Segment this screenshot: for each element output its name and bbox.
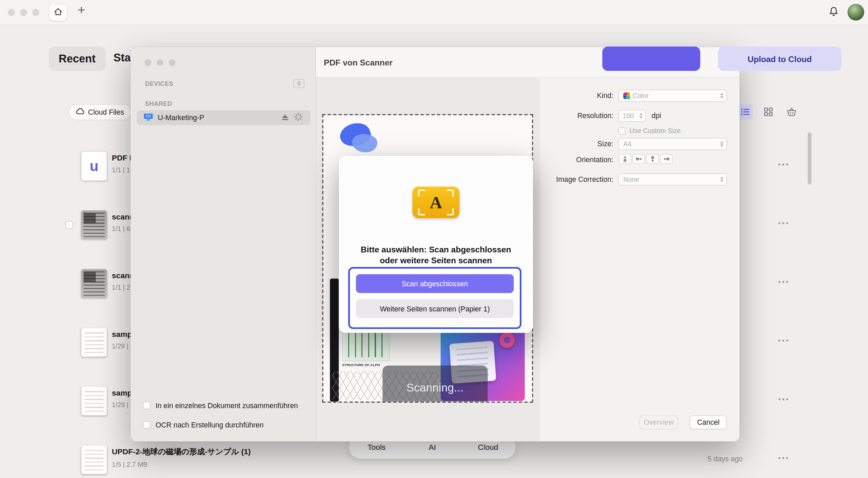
image-correction-value: None bbox=[623, 176, 639, 184]
scan-more-pages-button[interactable]: Weitere Seiten scannen (Papier 1) bbox=[356, 299, 514, 318]
file-thumbnail bbox=[81, 445, 107, 474]
overview-button[interactable]: Overview bbox=[639, 415, 678, 429]
home-icon bbox=[54, 7, 62, 18]
more-icon bbox=[778, 457, 788, 459]
file-title: samp bbox=[112, 329, 132, 338]
more-button[interactable] bbox=[778, 453, 788, 461]
notifications-bell-icon[interactable] bbox=[828, 6, 839, 19]
more-button[interactable] bbox=[778, 276, 788, 285]
dialog-message-line2: oder weitere Seiten scannen bbox=[339, 255, 533, 265]
trash-icon bbox=[787, 108, 796, 116]
scan-finished-button[interactable]: Scan abgeschlossen bbox=[356, 274, 514, 293]
devices-section-label: DEVICES bbox=[145, 80, 173, 87]
file-title: UPDF-2-地球の磁場の形成-サンプル (1) bbox=[112, 447, 251, 457]
tab-recent[interactable]: Recent bbox=[49, 46, 106, 71]
orientation-landscape-right-button[interactable] bbox=[660, 154, 673, 164]
more-button[interactable] bbox=[778, 335, 788, 343]
scan-finished-dialog: A Bitte auswählen: Scan abgeschlossen od… bbox=[339, 156, 533, 333]
scanner-close-button[interactable] bbox=[144, 59, 151, 66]
grid-view-toggle[interactable] bbox=[761, 104, 776, 120]
kind-dropdown[interactable]: Color bbox=[618, 90, 727, 102]
scanner-minimize-button[interactable] bbox=[157, 59, 163, 66]
dock-tab[interactable]: Tools bbox=[349, 442, 405, 451]
new-tab-button[interactable]: + bbox=[78, 2, 85, 18]
cancel-button[interactable]: Cancel bbox=[690, 415, 727, 429]
orientation-landscape-left-icon bbox=[635, 156, 642, 162]
text-scan-icon: A bbox=[412, 187, 459, 218]
dock-tab[interactable]: Cloud bbox=[460, 442, 516, 451]
more-button[interactable] bbox=[778, 159, 788, 167]
color-swatch-icon bbox=[623, 93, 630, 99]
dialog-message: Bitte auswählen: Scan abgeschlossen oder… bbox=[339, 244, 533, 265]
more-button[interactable] bbox=[778, 394, 788, 402]
window-zoom-button[interactable] bbox=[32, 9, 39, 16]
scanner-sidebar: DEVICES 0 SHARED U-Marketing-P bbox=[131, 47, 316, 441]
tab-starred-partial[interactable]: Sta bbox=[114, 52, 131, 64]
custom-size-label: Use Custom Size bbox=[629, 127, 680, 135]
kind-label: Kind: bbox=[541, 90, 613, 102]
user-avatar[interactable] bbox=[848, 4, 864, 20]
size-value: A4 bbox=[623, 140, 631, 148]
orientation-upside-down-button[interactable] bbox=[646, 154, 659, 164]
upload-to-cloud-button[interactable]: Upload to Cloud bbox=[718, 46, 842, 71]
file-thumbnail bbox=[81, 387, 107, 416]
list-view-toggle[interactable] bbox=[737, 104, 753, 120]
trash-toggle[interactable] bbox=[784, 104, 800, 120]
scrollbar-thumb[interactable] bbox=[808, 132, 811, 184]
image-correction-label: Image Correction: bbox=[541, 173, 613, 186]
file-thumbnail bbox=[81, 328, 107, 357]
file-thumbnail bbox=[81, 210, 107, 239]
ocr-checkbox-label: OCR nach Erstellung durchführen bbox=[156, 421, 264, 429]
shared-device-icon bbox=[144, 113, 153, 122]
more-button[interactable] bbox=[778, 218, 788, 226]
cloud-icon bbox=[76, 108, 85, 116]
more-icon bbox=[778, 222, 788, 225]
more-icon bbox=[778, 340, 788, 342]
file-thumbnail bbox=[81, 269, 107, 298]
shared-device-name: U-Marketing-P bbox=[158, 114, 276, 122]
stepper-arrows-icon bbox=[720, 93, 724, 98]
orientation-button-group bbox=[618, 154, 673, 164]
merge-checkbox[interactable] bbox=[143, 402, 151, 409]
kind-value: Color bbox=[633, 92, 649, 100]
screen: + Recent Sta Cloud Files u PDF F 1/1 bbox=[0, 0, 868, 478]
image-correction-dropdown[interactable]: None bbox=[618, 173, 727, 186]
scan-icon-letter: A bbox=[430, 192, 442, 212]
ocr-checkbox-row[interactable]: OCR nach Erstellung durchführen bbox=[143, 421, 309, 429]
orientation-portrait-button[interactable] bbox=[618, 154, 631, 164]
more-icon bbox=[778, 281, 788, 283]
more-icon bbox=[778, 398, 788, 401]
custom-size-row[interactable]: Use Custom Size bbox=[618, 127, 681, 135]
custom-size-checkbox[interactable] bbox=[618, 127, 626, 134]
file-date: 5 days ago bbox=[708, 455, 743, 463]
updf-logo: u bbox=[90, 157, 99, 175]
scanner-zoom-button[interactable] bbox=[169, 59, 176, 66]
row-checkbox[interactable] bbox=[65, 221, 73, 229]
dock-tab[interactable]: AI bbox=[405, 442, 460, 451]
size-label: Size: bbox=[541, 138, 613, 150]
file-meta: 1/5 | 2.7 MB bbox=[112, 461, 251, 469]
window-close-button[interactable] bbox=[8, 9, 15, 16]
size-dropdown[interactable]: A4 bbox=[618, 138, 727, 150]
home-tab-button[interactable] bbox=[49, 4, 68, 21]
orientation-label: Orientation: bbox=[541, 154, 613, 166]
file-meta: 1/29 | bbox=[112, 342, 132, 350]
file-thumbnail: u bbox=[81, 152, 107, 180]
stepper-arrows-icon bbox=[720, 141, 724, 147]
shared-device-row[interactable]: U-Marketing-P bbox=[137, 110, 311, 125]
dialog-message-line1: Bitte auswählen: Scan abgeschlossen bbox=[339, 244, 533, 255]
scan-settings-panel: Kind: Color Resolution: 100 dpi Use Cust… bbox=[540, 78, 739, 442]
list-view-icon bbox=[741, 108, 749, 116]
cloud-files-button[interactable]: Cloud Files bbox=[68, 104, 131, 120]
merge-documents-checkbox-row[interactable]: In ein einzelnes Dokument zusammenführen bbox=[143, 402, 309, 410]
resolution-stepper[interactable]: 100 bbox=[618, 110, 646, 122]
cloud-files-label: Cloud Files bbox=[88, 108, 124, 116]
ocr-checkbox[interactable] bbox=[143, 421, 151, 429]
eject-icon[interactable] bbox=[281, 113, 289, 122]
window-minimize-button[interactable] bbox=[20, 9, 27, 16]
orientation-portrait-icon bbox=[622, 156, 628, 162]
merge-checkbox-label: In ein einzelnes Dokument zusammenführen bbox=[156, 402, 298, 410]
orientation-landscape-left-button[interactable] bbox=[632, 154, 645, 164]
primary-cta-button[interactable] bbox=[602, 46, 700, 71]
orientation-upside-down-icon bbox=[649, 156, 656, 162]
